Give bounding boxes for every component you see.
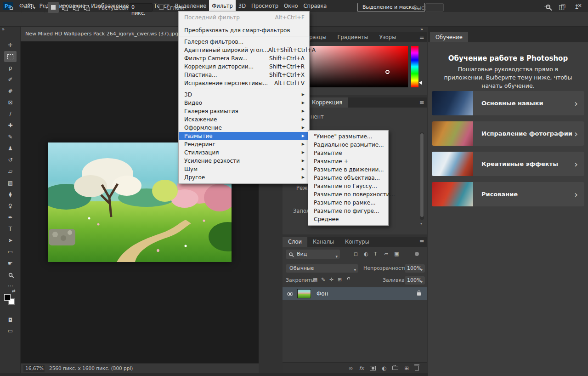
submenu-item-average[interactable]: Среднее — [308, 215, 388, 223]
search-icon[interactable] — [546, 5, 550, 9]
adjustment-layer-icon[interactable]: ◐ — [382, 365, 386, 371]
link-layers-icon[interactable]: ∞ — [349, 365, 353, 371]
submenu-item-motion-blur[interactable]: Размытие в движении... — [308, 165, 388, 174]
fill-dropdown[interactable]: 100% ▾ — [405, 276, 425, 285]
hue-pointer[interactable] — [419, 81, 422, 85]
layer-visibility-icon[interactable] — [287, 292, 293, 296]
scroll-down-icon[interactable]: ▾ — [420, 222, 422, 226]
layer-filter-dropdown[interactable]: Вид ▾ — [286, 250, 340, 259]
home-icon[interactable]: ⌂ — [9, 4, 13, 11]
status-options-icon[interactable]: › — [113, 365, 114, 370]
tab-channels[interactable]: Каналы — [307, 237, 339, 247]
tab-adjustments[interactable]: Коррекция — [306, 97, 348, 108]
menu-item-3d[interactable]: 3D▶ — [179, 91, 309, 99]
lasso-tool[interactable]: ϱ — [4, 63, 17, 74]
menu-help[interactable]: Справка — [301, 0, 330, 12]
filter-smart-object-icon[interactable]: ▣ — [394, 251, 399, 257]
menu-item-distort[interactable]: Искажение▶ — [179, 115, 309, 124]
move-tool[interactable]: ✛ — [4, 40, 17, 51]
hand-tool[interactable]: ☛ — [4, 258, 17, 269]
antialias-checkbox[interactable] — [159, 5, 164, 10]
submenu-item-box-blur[interactable]: Размытие по рамке... — [308, 199, 388, 207]
zoom-tool[interactable] — [4, 269, 17, 280]
learn-card-drawing[interactable]: Рисование › — [432, 182, 584, 206]
tool-preset[interactable]: ▾ — [26, 4, 35, 11]
panel-menu-icon[interactable]: ≡ — [419, 32, 424, 42]
share-icon[interactable]: ↥ — [574, 3, 579, 10]
menu-item-video[interactable]: Видео▶ — [179, 99, 309, 107]
opacity-dropdown[interactable]: 100% ▾ — [405, 264, 425, 273]
scrollbar-thumb[interactable] — [420, 133, 424, 217]
scrollbar[interactable] — [420, 132, 424, 220]
add-selection-button[interactable] — [59, 2, 70, 13]
screen-mode-button[interactable]: ▭ — [4, 325, 17, 336]
lock-transparent-icon[interactable]: ▦ — [313, 277, 317, 283]
workspace-icon[interactable]: ◫ — [559, 3, 565, 11]
foreground-color-swatch[interactable] — [4, 294, 11, 301]
menu-item-other[interactable]: Другое▶ — [179, 173, 309, 182]
submenu-item-shape-blur[interactable]: Размытие по фигуре... — [308, 207, 388, 215]
dodge-tool[interactable]: ♀ — [4, 200, 17, 211]
menu-item-adaptive-wide-angle[interactable]: Адаптивный широкий угол...Alt+Shift+Ctrl… — [179, 46, 309, 54]
filter-adjustment-icon[interactable]: ◐ — [364, 251, 368, 257]
pen-tool[interactable]: ✒ — [4, 212, 17, 223]
menu-3d[interactable]: 3D — [236, 0, 249, 12]
menu-item-blur[interactable]: Размытие▶ — [179, 132, 309, 140]
new-selection-button[interactable] — [48, 2, 59, 13]
menu-item-stylize[interactable]: Стилизация▶ — [179, 148, 309, 157]
zoom-level-field[interactable]: 16,67% — [23, 365, 45, 372]
menu-filter[interactable]: Фильтр — [209, 0, 236, 12]
submenu-item-surface-blur[interactable]: Размытие по поверхности... — [308, 190, 388, 199]
delete-layer-icon[interactable] — [415, 366, 419, 370]
menu-item-render[interactable]: Рендеринг▶ — [179, 140, 309, 148]
rectangle-tool[interactable]: ▭ — [4, 246, 17, 257]
object-selection-tool[interactable]: ✐ — [4, 74, 17, 85]
menu-item-liquify[interactable]: Пластика...Shift+Ctrl+X — [179, 71, 309, 79]
layer-lock-icon[interactable] — [417, 292, 421, 296]
menu-item-sharpen[interactable]: Усиление резкости▶ — [179, 157, 309, 165]
document-tab[interactable]: New Mixed HD Wallpapers Pack 264_igoryk_… — [21, 27, 181, 41]
learn-card-basics[interactable]: Основные навыки › — [432, 91, 584, 115]
tab-paths[interactable]: Контуры — [339, 237, 375, 247]
submenu-item-blur-more[interactable]: Размытие + — [308, 157, 388, 165]
submenu-item-radial-blur[interactable]: Радиальное размытие... — [308, 141, 388, 149]
history-brush-tool[interactable]: ↺ — [4, 154, 17, 165]
menu-item-vanishing-point[interactable]: Исправление перспективы...Alt+Ctrl+V — [179, 79, 309, 87]
tab-learn[interactable]: Обучение — [430, 32, 468, 42]
new-group-icon[interactable] — [392, 366, 398, 370]
submenu-item-gaussian-blur[interactable]: Размытие по Гауссу... — [308, 182, 388, 190]
intersect-selection-button[interactable] — [81, 2, 92, 13]
quick-mask-button[interactable]: ◘ — [4, 314, 17, 325]
subtract-selection-button[interactable] — [70, 2, 81, 13]
spot-healing-brush-tool[interactable]: ✚ — [4, 120, 17, 131]
feather-input[interactable]: 0 пикс. — [129, 3, 153, 11]
tab-gradients[interactable]: Градиенты — [332, 32, 374, 42]
rectangular-marquee-tool[interactable] — [4, 51, 17, 62]
eyedropper-tool[interactable]: ∕ — [4, 108, 17, 120]
brush-tool[interactable]: ✎ — [4, 131, 17, 142]
hue-slider[interactable] — [411, 46, 418, 87]
filter-image-icon[interactable]: ◻ — [354, 251, 358, 257]
path-selection-tool[interactable]: ➤ — [4, 235, 17, 246]
learn-card-creative-effects[interactable]: Креативные эффекты › — [432, 152, 584, 176]
collapse-toolbar-icon[interactable]: » — [2, 27, 5, 32]
tab-patterns[interactable]: Узоры — [374, 32, 402, 42]
gradient-tool[interactable]: ▨ — [4, 177, 17, 188]
layer-thumbnail[interactable] — [297, 289, 311, 298]
menu-item-noise[interactable]: Шум▶ — [179, 165, 309, 173]
menu-item-filter-gallery[interactable]: Галерея фильтров... — [179, 38, 309, 46]
learn-card-photo-fixing[interactable]: Исправление фотографии › — [432, 121, 584, 146]
filter-toggle[interactable] — [415, 252, 419, 256]
tab-layers[interactable]: Слои — [283, 237, 307, 247]
menu-window[interactable]: Окно — [281, 0, 301, 12]
color-swatches[interactable] — [4, 294, 16, 306]
layer-row-background[interactable]: Фон — [283, 287, 427, 300]
eraser-tool[interactable]: ▱ — [4, 166, 17, 177]
lock-pixels-icon[interactable]: ✎ — [321, 277, 325, 283]
add-mask-icon[interactable] — [370, 366, 376, 370]
new-layer-icon[interactable]: ⊞ — [404, 365, 409, 371]
color-marker[interactable] — [385, 70, 390, 74]
submenu-item-blur[interactable]: Размытие — [308, 149, 388, 157]
layer-name[interactable]: Фон — [317, 291, 328, 297]
layer-style-fx-icon[interactable]: fx — [359, 365, 364, 371]
